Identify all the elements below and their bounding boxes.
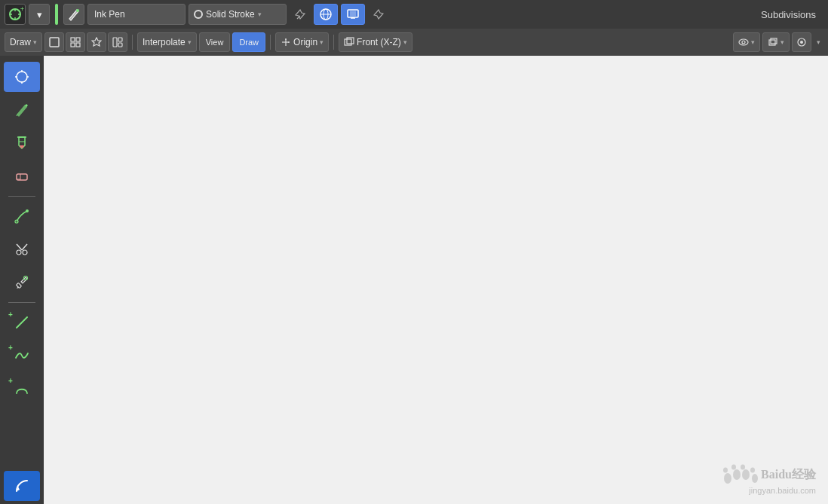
svg-point-5 xyxy=(76,9,79,12)
origin-icon xyxy=(281,37,291,47)
icon-group1 xyxy=(44,32,127,52)
svg-line-50 xyxy=(22,244,27,250)
tool-mode-btn[interactable]: + xyxy=(5,4,26,25)
toolbar2: Draw ▾ xyxy=(0,29,828,56)
sidebar-tool-eraser[interactable] xyxy=(4,161,40,191)
svg-point-74 xyxy=(750,468,755,473)
front-xz-dropdown[interactable]: Front (X-Z) ▾ xyxy=(339,32,412,52)
right-icon-group: ▾ ▾ ▾ xyxy=(733,32,823,52)
sidebar-tool-scissors[interactable] xyxy=(4,234,40,264)
svg-point-47 xyxy=(17,250,21,255)
stroke-circle-icon xyxy=(194,10,203,19)
pin-btn[interactable] xyxy=(290,4,311,25)
mode-dropdown-btn[interactable]: ▾ xyxy=(29,4,50,25)
brush-name-label: Ink Pen xyxy=(94,9,125,20)
sidebar-bottom-tool[interactable] xyxy=(4,471,40,501)
brush-name-field: Ink Pen xyxy=(87,4,186,25)
canvas-area: Baidu经验 jingyan.baidu.com xyxy=(44,56,828,504)
draw-dropdown[interactable]: Draw ▾ xyxy=(5,32,42,52)
svg-line-53 xyxy=(17,317,27,328)
stroke-arrow: ▾ xyxy=(258,11,262,18)
overlay-arrow: ▾ xyxy=(780,38,784,46)
eye-icon xyxy=(738,37,749,47)
svg-point-73 xyxy=(741,465,745,470)
watermark-text1: Baidu经验 xyxy=(761,467,816,483)
draw2-btn[interactable]: Draw xyxy=(232,32,265,52)
svg-line-49 xyxy=(17,244,22,250)
draw-arrow: ▾ xyxy=(33,38,37,46)
svg-rect-20 xyxy=(113,38,117,47)
grid-icon-btn[interactable] xyxy=(108,32,127,52)
svg-point-69 xyxy=(742,469,750,480)
stroke-label: Solid Stroke xyxy=(206,9,255,20)
sidebar-tool-wave[interactable]: + xyxy=(4,341,40,371)
drawing-canvas[interactable] xyxy=(44,56,270,169)
origin-dropdown[interactable]: Origin ▾ xyxy=(275,32,329,52)
svg-rect-22 xyxy=(118,43,122,47)
sep2 xyxy=(270,35,271,50)
extra-icon xyxy=(796,37,807,47)
svg-rect-14 xyxy=(50,38,59,47)
sidebar-tool-pencil[interactable] xyxy=(4,95,40,125)
sidebar-sep1 xyxy=(8,196,35,197)
plus-badge1: + xyxy=(8,310,13,319)
plus-badge3: + xyxy=(8,377,13,385)
sidebar-tool-arc[interactable]: + xyxy=(4,374,40,404)
svg-rect-27 xyxy=(345,39,351,45)
watermark-url: jingyan.baidu.com xyxy=(749,486,816,495)
front-xz-icon xyxy=(344,37,354,47)
sidebar-tool-cursor[interactable] xyxy=(4,62,40,92)
sidebar: + + + xyxy=(0,56,44,504)
svg-point-45 xyxy=(26,209,29,212)
svg-point-34 xyxy=(800,41,803,44)
front-xz-label: Front (X-Z) xyxy=(357,37,401,47)
extra-btn[interactable] xyxy=(792,32,811,52)
front-xz-arrow: ▾ xyxy=(403,38,407,46)
extra-arrow[interactable]: ▾ xyxy=(814,38,823,46)
origin-arrow: ▾ xyxy=(320,38,324,46)
svg-point-72 xyxy=(731,465,736,470)
view-mode-arrow: ▾ xyxy=(751,38,755,46)
svg-rect-28 xyxy=(347,38,354,44)
sep3 xyxy=(333,35,334,50)
svg-rect-32 xyxy=(771,38,777,44)
multibox-icon-btn[interactable] xyxy=(66,32,85,52)
svg-rect-17 xyxy=(71,43,75,47)
view-btn[interactable]: View xyxy=(199,32,231,52)
baidu-logo-svg xyxy=(720,463,758,486)
sidebar-tool-fill[interactable] xyxy=(4,128,40,158)
svg-marker-19 xyxy=(92,38,101,46)
svg-marker-26 xyxy=(288,41,290,43)
overlay-dropdown[interactable]: ▾ xyxy=(762,32,790,52)
sidebar-tool-pen[interactable] xyxy=(4,201,40,231)
mode-arrow: ▾ xyxy=(37,9,42,20)
stroke-dropdown[interactable]: Solid Stroke ▾ xyxy=(189,4,287,25)
plus-indicator: + xyxy=(20,5,24,13)
sep1 xyxy=(132,35,133,50)
interpolate-dropdown[interactable]: Interpolate ▾ xyxy=(137,32,197,52)
svg-line-40 xyxy=(17,115,17,116)
svg-point-70 xyxy=(752,474,758,483)
svg-point-48 xyxy=(23,250,27,255)
sidebar-sep2 xyxy=(8,302,35,303)
star-icon-btn[interactable] xyxy=(87,32,106,52)
svg-point-29 xyxy=(739,39,748,45)
svg-rect-15 xyxy=(71,38,75,41)
draw-label: Draw xyxy=(10,37,31,47)
svg-rect-21 xyxy=(118,38,122,41)
interpolate-label: Interpolate xyxy=(143,37,186,47)
interpolate-arrow: ▾ xyxy=(188,38,192,46)
header-pin2-btn[interactable] xyxy=(368,4,389,25)
svg-rect-18 xyxy=(76,43,80,47)
square-icon-btn[interactable] xyxy=(44,32,64,52)
globe-btn[interactable] xyxy=(314,4,338,25)
draw2-label: Draw xyxy=(239,38,259,47)
display-btn[interactable] xyxy=(341,4,365,25)
sidebar-tool-eyedropper[interactable] xyxy=(4,267,40,298)
view-mode-dropdown[interactable]: ▾ xyxy=(733,32,760,52)
brush-icon-btn[interactable] xyxy=(63,4,84,25)
svg-point-67 xyxy=(724,473,731,484)
subdivisions-label: Subdivisions xyxy=(753,9,823,20)
view-label: View xyxy=(206,38,224,47)
sidebar-tool-line[interactable]: + xyxy=(4,307,40,338)
